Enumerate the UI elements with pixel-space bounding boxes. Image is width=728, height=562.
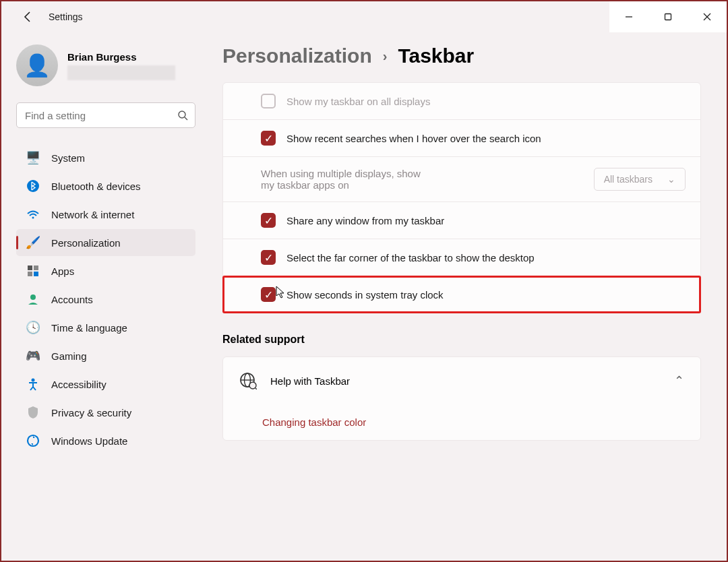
svg-rect-9	[34, 266, 38, 270]
sidebar-item-gaming[interactable]: 🎮Gaming	[16, 342, 195, 369]
sidebar: 👤 Brian Burgess 🖥️System Bluetooth & dev…	[1, 32, 204, 561]
sidebar-item-update[interactable]: Windows Update	[16, 427, 195, 454]
window-controls	[609, 1, 727, 32]
avatar: 👤	[16, 44, 58, 86]
svg-point-12	[30, 294, 36, 300]
svg-line-19	[255, 388, 257, 389]
search-box[interactable]	[16, 102, 195, 128]
close-button[interactable]	[688, 1, 727, 32]
sidebar-item-label: Gaming	[51, 350, 87, 362]
clock-globe-icon: 🕓	[26, 320, 40, 335]
sidebar-item-label: Windows Update	[51, 435, 127, 447]
link-changing-taskbar-color[interactable]: Changing taskbar color	[223, 404, 700, 440]
person-icon	[26, 292, 40, 307]
svg-rect-11	[34, 272, 38, 276]
sidebar-item-label: Personalization	[51, 237, 121, 249]
setting-all-displays: Show my taskbar on all displays	[223, 83, 700, 120]
breadcrumb-parent[interactable]: Personalization	[222, 44, 372, 67]
setting-label: Show my taskbar on all displays	[286, 96, 686, 107]
user-email	[67, 65, 175, 80]
user-name: Brian Burgess	[67, 51, 175, 63]
related-support-title: Related support	[222, 334, 701, 346]
sidebar-item-label: Network & internet	[51, 209, 134, 220]
sidebar-item-system[interactable]: 🖥️System	[16, 144, 195, 171]
bluetooth-icon	[26, 179, 40, 193]
back-button[interactable]	[16, 5, 40, 29]
settings-card: Show my taskbar on all displays ✓ Show r…	[222, 82, 701, 313]
nav-list: 🖥️System Bluetooth & devices Network & i…	[16, 144, 195, 454]
update-icon	[26, 433, 40, 448]
checkbox-checked[interactable]: ✓	[261, 250, 276, 265]
sidebar-item-accessibility[interactable]: Accessibility	[16, 371, 195, 398]
setting-share-window[interactable]: ✓ Share any window from my taskbar	[223, 202, 700, 239]
svg-point-7	[32, 217, 34, 219]
sidebar-item-accounts[interactable]: Accounts	[16, 286, 195, 313]
globe-help-icon	[239, 372, 257, 389]
dropdown-value: All taskbars	[604, 174, 653, 185]
svg-point-4	[179, 111, 185, 118]
setting-label: Share any window from my taskbar	[286, 215, 686, 226]
page-title: Taskbar	[398, 44, 474, 67]
chevron-up-icon[interactable]: ⌃	[674, 373, 684, 388]
search-icon	[177, 110, 188, 121]
cursor-icon	[276, 286, 286, 299]
apps-icon	[26, 263, 40, 278]
setting-label: Select the far corner of the taskbar to …	[286, 252, 686, 263]
checkbox-unchecked	[261, 94, 276, 108]
breadcrumb: Personalization › Taskbar	[222, 44, 701, 67]
checkbox-checked[interactable]: ✓	[261, 213, 276, 228]
search-input[interactable]	[25, 110, 177, 121]
help-card: Help with Taskbar ⌃ Changing taskbar col…	[222, 356, 701, 441]
sidebar-item-time[interactable]: 🕓Time & language	[16, 314, 195, 341]
maximize-button[interactable]	[648, 1, 688, 32]
help-label: Help with Taskbar	[270, 375, 661, 387]
sidebar-item-label: Accessibility	[51, 379, 107, 390]
svg-rect-10	[28, 272, 32, 276]
svg-point-13	[32, 379, 35, 382]
chevron-down-icon: ⌄	[667, 174, 675, 185]
setting-label: When using multiple displays, show my ta…	[261, 168, 436, 191]
wifi-icon	[26, 207, 40, 222]
chevron-right-icon: ›	[383, 49, 388, 64]
checkbox-checked[interactable]: ✓	[261, 131, 276, 146]
svg-line-5	[185, 117, 187, 120]
sidebar-item-apps[interactable]: Apps	[16, 257, 195, 284]
minimize-button[interactable]	[609, 1, 648, 32]
svg-rect-8	[28, 266, 32, 270]
taskbar-apps-dropdown: All taskbars ⌄	[594, 168, 686, 191]
sidebar-item-label: Bluetooth & devices	[51, 181, 141, 192]
sidebar-item-label: Time & language	[51, 322, 127, 334]
setting-show-seconds[interactable]: ✓ Show seconds in system tray clock	[223, 276, 700, 313]
sidebar-item-label: Apps	[51, 266, 74, 277]
sidebar-item-personalization[interactable]: 🖌️Personalization	[16, 229, 195, 256]
sidebar-item-bluetooth[interactable]: Bluetooth & devices	[16, 173, 195, 199]
svg-point-18	[249, 382, 256, 389]
setting-multi-displays: When using multiple displays, show my ta…	[223, 157, 700, 202]
user-block[interactable]: 👤 Brian Burgess	[16, 44, 195, 86]
setting-label: Show seconds in system tray clock	[286, 289, 686, 301]
svg-rect-1	[665, 14, 671, 20]
sidebar-item-privacy[interactable]: Privacy & security	[16, 399, 195, 426]
sidebar-item-label: Privacy & security	[51, 407, 131, 418]
setting-label: Show recent searches when I hover over t…	[286, 133, 686, 144]
sidebar-item-label: System	[51, 152, 85, 164]
sidebar-item-network[interactable]: Network & internet	[16, 201, 195, 228]
help-with-taskbar[interactable]: Help with Taskbar ⌃	[223, 357, 700, 404]
sidebar-item-label: Accounts	[51, 294, 93, 305]
paintbrush-icon: 🖌️	[26, 235, 40, 250]
gamepad-icon: 🎮	[26, 348, 40, 363]
shield-icon	[26, 405, 40, 420]
setting-far-corner[interactable]: ✓ Select the far corner of the taskbar t…	[223, 239, 700, 276]
app-title: Settings	[49, 11, 83, 22]
setting-recent-searches[interactable]: ✓ Show recent searches when I hover over…	[223, 120, 700, 157]
accessibility-icon	[26, 377, 40, 392]
main-panel: Personalization › Taskbar Show my taskba…	[204, 32, 727, 561]
checkbox-checked[interactable]: ✓	[261, 287, 276, 302]
display-icon: 🖥️	[26, 150, 40, 165]
